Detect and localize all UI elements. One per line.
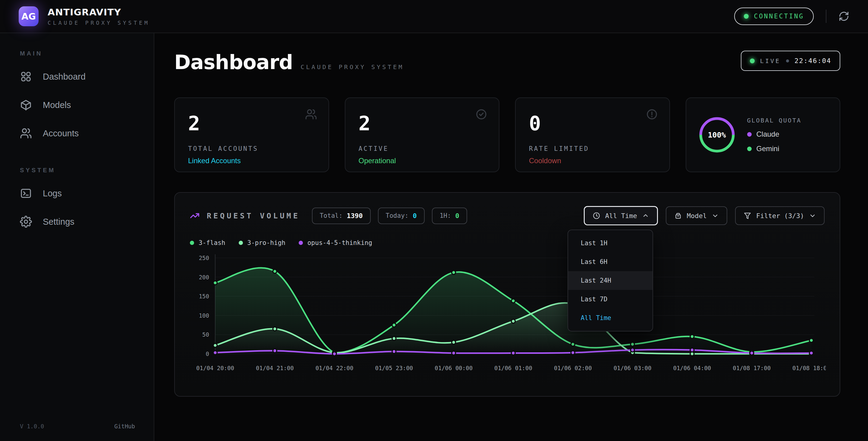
total-pill: Total: 1390 xyxy=(312,208,371,224)
legend-label: 3-flash xyxy=(198,239,225,246)
gemini-dot-icon xyxy=(747,147,752,151)
app-name: ANTIGRAVITY xyxy=(48,7,150,18)
svg-text:01/06 04:00: 01/06 04:00 xyxy=(673,365,711,371)
pill-value: 1390 xyxy=(347,212,363,219)
live-label: LIVE xyxy=(760,57,781,64)
chart-legend: 3-flash 3-pro-high opus-4-5-thinking xyxy=(190,239,825,246)
svg-text:01/06 01:00: 01/06 01:00 xyxy=(494,365,532,371)
box-icon xyxy=(674,212,682,219)
chevron-up-icon xyxy=(642,212,649,219)
sidebar-item-label: Settings xyxy=(43,217,74,227)
sidebar-item-models[interactable]: Models xyxy=(0,91,154,119)
svg-text:50: 50 xyxy=(202,331,209,338)
quota-legend-gemini: Gemini xyxy=(747,145,802,153)
topbar-divider xyxy=(826,10,827,23)
today-pill: Today: 0 xyxy=(378,208,425,224)
github-link[interactable]: GitHub xyxy=(114,423,135,430)
quota-percent: 100% xyxy=(698,116,736,153)
chevron-down-icon xyxy=(809,212,816,219)
refresh-button[interactable] xyxy=(838,11,849,22)
legend-item-opus: opus-4-5-thinking xyxy=(299,239,372,246)
svg-text:01/06 03:00: 01/06 03:00 xyxy=(614,365,652,371)
sidebar-item-accounts[interactable]: Accounts xyxy=(0,119,154,147)
terminal-icon xyxy=(20,187,32,199)
svg-text:01/04 20:00: 01/04 20:00 xyxy=(196,365,234,371)
quota-donut-chart: 100% xyxy=(698,116,736,153)
sidebar: MAIN Dashboard Models Accounts SYSTEM Lo… xyxy=(0,33,154,441)
stat-sub: Linked Accounts xyxy=(188,156,315,165)
menu-item-last-1h[interactable]: Last 1H xyxy=(568,234,652,253)
alert-circle-icon xyxy=(646,108,658,122)
stat-label: ACTIVE xyxy=(359,145,486,152)
chevron-down-icon xyxy=(712,212,719,219)
svg-text:01/08 18:00: 01/08 18:00 xyxy=(792,365,826,371)
menu-item-last-7d[interactable]: Last 7D xyxy=(568,290,652,308)
series-dot-icon xyxy=(239,241,243,245)
svg-text:01/05 23:00: 01/05 23:00 xyxy=(375,365,413,371)
stat-value: 0 xyxy=(529,114,656,134)
sidebar-item-settings[interactable]: Settings xyxy=(0,208,154,236)
legend-label: 3-pro-high xyxy=(247,239,285,246)
svg-text:01/04 22:00: 01/04 22:00 xyxy=(315,365,353,371)
sidebar-item-dashboard[interactable]: Dashboard xyxy=(0,62,154,91)
legend-label: opus-4-5-thinking xyxy=(307,239,372,246)
stat-card-rate-limited: 0 RATE LIMITED Cooldown xyxy=(515,97,670,172)
refresh-icon xyxy=(838,11,849,22)
svg-text:250: 250 xyxy=(199,255,209,261)
menu-item-all-time[interactable]: All Time xyxy=(568,308,652,327)
sidebar-item-label: Dashboard xyxy=(43,72,86,82)
panel-title: REQUEST VOLUME xyxy=(207,211,300,220)
users-icon xyxy=(305,108,317,122)
filter-label: Filter (3/3) xyxy=(756,212,804,219)
menu-item-last-24h[interactable]: Last 24H xyxy=(568,271,652,290)
status-text: CONNECTING xyxy=(754,13,804,20)
stat-sub: Cooldown xyxy=(529,156,656,165)
separator-dot-icon xyxy=(786,59,789,62)
menu-item-last-6h[interactable]: Last 6H xyxy=(568,253,652,271)
claude-dot-icon xyxy=(747,132,752,137)
stat-card-total-accounts: 2 TOTAL ACCOUNTS Linked Accounts xyxy=(174,97,329,172)
pill-value: 0 xyxy=(412,212,416,219)
time-range-label: All Time xyxy=(605,212,637,219)
one-hour-pill: 1H: 0 xyxy=(432,208,467,224)
check-circle-icon xyxy=(475,108,487,122)
pill-label: 1H: xyxy=(440,212,451,219)
stat-sub: Operational xyxy=(359,156,486,165)
time-range-button[interactable]: All Time xyxy=(584,206,658,225)
grid-icon xyxy=(20,70,32,83)
legend-item-3-pro-high: 3-pro-high xyxy=(239,239,285,246)
funnel-icon xyxy=(744,212,751,219)
sidebar-section-system: SYSTEM xyxy=(20,167,154,174)
filter-button[interactable]: Filter (3/3) xyxy=(735,206,825,225)
quota-legend-label: Gemini xyxy=(756,145,779,153)
status-dot-icon xyxy=(744,14,749,19)
app-version: V 1.0.0 xyxy=(20,423,44,430)
svg-text:150: 150 xyxy=(199,293,209,299)
svg-text:0: 0 xyxy=(206,351,209,357)
pill-label: Today: xyxy=(386,212,409,219)
sidebar-item-label: Models xyxy=(43,100,71,110)
stat-card-active: 2 ACTIVE Operational xyxy=(345,97,500,172)
series-dot-icon xyxy=(190,241,194,245)
pill-label: Total: xyxy=(320,212,343,219)
topbar: AG ANTIGRAVITY CLAUDE PROXY SYSTEM CONNE… xyxy=(0,0,868,33)
app-title-block: ANTIGRAVITY CLAUDE PROXY SYSTEM xyxy=(48,7,150,26)
series-dot-icon xyxy=(299,241,303,245)
request-volume-chart: 05010015020025001/04 20:0001/04 21:0001/… xyxy=(190,251,826,380)
trending-up-icon xyxy=(190,211,199,220)
stat-value: 2 xyxy=(188,114,315,134)
model-filter-button[interactable]: Model xyxy=(666,206,727,225)
main-content: Dashboard CLAUDE PROXY SYSTEM LIVE 22:46… xyxy=(154,33,868,441)
stat-label: TOTAL ACCOUNTS xyxy=(188,145,315,152)
sidebar-item-label: Accounts xyxy=(43,128,79,139)
svg-text:01/06 00:00: 01/06 00:00 xyxy=(435,365,472,371)
app-logo: AG xyxy=(19,6,38,26)
request-volume-panel: REQUEST VOLUME Total: 1390 Today: 0 1H: … xyxy=(174,192,840,396)
quota-legend-label: Claude xyxy=(756,130,779,139)
live-clock: 22:46:04 xyxy=(795,57,831,64)
svg-text:01/06 02:00: 01/06 02:00 xyxy=(554,365,592,371)
svg-text:100: 100 xyxy=(199,312,209,319)
page-title: Dashboard xyxy=(174,51,293,74)
svg-text:01/08 17:00: 01/08 17:00 xyxy=(733,365,771,371)
sidebar-item-logs[interactable]: Logs xyxy=(0,179,154,208)
